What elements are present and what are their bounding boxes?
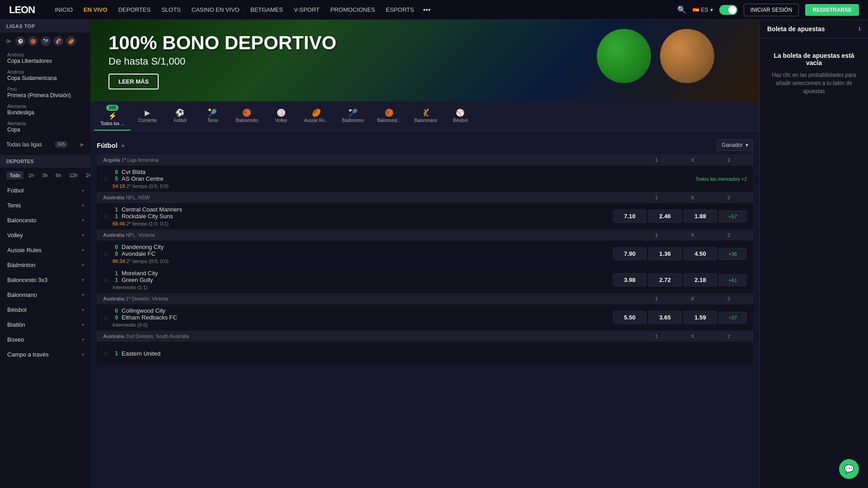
match-row: ☆ 0 Collingwood City 0 Eltham Redbacks F… bbox=[97, 305, 753, 330]
nav-betgames[interactable]: BETGAMES bbox=[246, 4, 288, 16]
more-markets-button[interactable]: +61 bbox=[719, 274, 747, 286]
sport-item-tenis[interactable]: Tenis ▾ bbox=[0, 198, 90, 213]
favorite-button[interactable]: ☆ bbox=[103, 175, 109, 183]
chat-button[interactable]: 💬 bbox=[839, 459, 859, 479]
match-score-detail: (0:0) bbox=[137, 322, 148, 328]
banner-button[interactable]: LEER MÁS bbox=[108, 74, 159, 89]
time-filter-6h[interactable]: 6h bbox=[52, 171, 64, 179]
league-row: Australia NPL, Victoria 1 X 2 bbox=[97, 230, 753, 240]
all-markets-link[interactable]: Todos los mercados +2 bbox=[696, 176, 747, 182]
tab-all[interactable]: 205 ⚡ Todos los ... bbox=[94, 101, 131, 131]
nav-vsport[interactable]: V-SPORT bbox=[289, 4, 324, 16]
favorite-button[interactable]: ☆ bbox=[103, 277, 109, 284]
tab-baloncesto2[interactable]: 🏀 Baloncest... bbox=[371, 105, 407, 127]
odd-x-button[interactable]: 1.36 bbox=[648, 247, 682, 260]
sport-item-beisbol[interactable]: Béisbol ▾ bbox=[0, 302, 90, 317]
nav-deportes[interactable]: DEPORTES bbox=[114, 4, 155, 16]
nav-slots[interactable]: SLOTS bbox=[157, 4, 185, 16]
tab-beisbol[interactable]: ⚾ Béisbol bbox=[444, 105, 476, 127]
liga-copa-sudamericana[interactable]: América Copa Sudamericana bbox=[0, 67, 90, 84]
odd-2-button[interactable]: 1.88 bbox=[684, 210, 717, 223]
odd-x-button[interactable]: 2.72 bbox=[648, 273, 682, 286]
tab-volley[interactable]: 🏐 Volley bbox=[265, 105, 297, 127]
sport-item-campo[interactable]: Campo a través ▾ bbox=[0, 347, 90, 362]
market-selector[interactable]: Ganador ▾ bbox=[717, 139, 753, 151]
all-leagues-link[interactable]: Todas las ligas 345 ▶ bbox=[0, 137, 90, 151]
odd-1-button[interactable]: 7.90 bbox=[613, 247, 646, 260]
nav-en-vivo[interactable]: EN VIVO bbox=[79, 4, 112, 16]
liga-alemania-copa[interactable]: Alemania Copa bbox=[0, 118, 90, 136]
login-button[interactable]: INICIAR SESIÓN bbox=[744, 4, 799, 16]
nav-casino[interactable]: CASINO EN VIVO bbox=[187, 4, 244, 16]
favorite-button[interactable]: ☆ bbox=[103, 314, 109, 321]
nav-promociones[interactable]: PROMOCIONES bbox=[326, 4, 380, 16]
nav-inicio[interactable]: INICIO bbox=[50, 4, 77, 16]
language-selector[interactable]: 🇪🇸 ES ▾ bbox=[693, 7, 713, 13]
liga-name: Copa Libertadores bbox=[7, 58, 84, 64]
liga-icon-basketball[interactable]: 🏀 bbox=[28, 36, 38, 46]
sport-item-volley[interactable]: Volley ▾ bbox=[0, 228, 90, 243]
tab-badminton[interactable]: 🏸 Bádminton bbox=[336, 105, 370, 127]
team-row: 1 Eastern United bbox=[113, 350, 747, 357]
col-header-1: 1 bbox=[638, 157, 675, 163]
more-markets-button[interactable]: +37 bbox=[719, 312, 747, 324]
liga-copa-libertadores[interactable]: América Copa Libertadores bbox=[0, 50, 90, 67]
liga-icon-tennis[interactable]: 🎾 bbox=[41, 36, 51, 46]
sport-item-futbol[interactable]: Fútbol ▾ bbox=[0, 183, 90, 198]
sport-item-baloncesto[interactable]: Baloncesto ▾ bbox=[0, 213, 90, 228]
more-markets-button[interactable]: +57 bbox=[719, 211, 747, 222]
search-icon[interactable]: 🔍 bbox=[677, 5, 686, 14]
odd-2-button[interactable]: 1.59 bbox=[684, 311, 717, 324]
liga-peru-primera[interactable]: Perú Primera (Primera División) bbox=[0, 84, 90, 101]
sport-item-baloncesto3x3[interactable]: Baloncesto 3x3 ▾ bbox=[0, 272, 90, 287]
time-filter-todo[interactable]: Todo bbox=[6, 171, 24, 179]
odd-2-button[interactable]: 2.18 bbox=[684, 273, 717, 286]
team-score: 0 bbox=[113, 251, 118, 257]
odd-x-button[interactable]: 2.46 bbox=[648, 210, 682, 223]
odd-x-button[interactable]: 3.65 bbox=[648, 311, 682, 324]
register-button[interactable]: REGISTRARSE bbox=[805, 4, 859, 16]
favorite-button[interactable]: ☆ bbox=[103, 350, 109, 357]
tab-live[interactable]: ▶ Corriente bbox=[132, 105, 163, 127]
tab-baloncesto[interactable]: 🏀 Baloncesto bbox=[229, 105, 264, 127]
liga-icon-soccer[interactable]: ⚽ bbox=[15, 36, 25, 46]
sidebar: LIGAS TOP 0• ⚽ 🏀 🎾 🏈 🏉 América Copa Libe… bbox=[0, 20, 90, 488]
all-leagues-label: Todas las ligas bbox=[6, 141, 42, 148]
sport-item-badminton[interactable]: Bádminton ▾ bbox=[0, 258, 90, 272]
liga-icon-rugby[interactable]: 🏉 bbox=[66, 36, 76, 46]
tab-futbol[interactable]: ⚽ Fútbol bbox=[164, 105, 196, 127]
match-time: 86:34 2º tiempo (0:0; 0:0) bbox=[113, 258, 613, 264]
nav-more[interactable]: ••• bbox=[420, 6, 434, 14]
time-filter-3h[interactable]: 3h bbox=[39, 171, 51, 179]
nav-esports[interactable]: ESPORTS bbox=[382, 4, 419, 16]
odd-1-button[interactable]: 7.10 bbox=[613, 210, 646, 223]
main-layout: LIGAS TOP 0• ⚽ 🏀 🎾 🏈 🏉 América Copa Libe… bbox=[0, 20, 868, 488]
odd-2-button[interactable]: 4.50 bbox=[684, 247, 717, 260]
sport-item-biatlon[interactable]: Biatlón ▾ bbox=[0, 317, 90, 332]
live-time: 86:34 bbox=[113, 258, 125, 264]
sport-item-aussie[interactable]: Aussie Rules ▾ bbox=[0, 243, 90, 258]
sport-item-boxeo[interactable]: Boxeo ▾ bbox=[0, 332, 90, 347]
favorite-button[interactable]: ☆ bbox=[103, 250, 109, 258]
tab-balonmano[interactable]: 🤾 Balonmano bbox=[408, 105, 444, 127]
chevron-down-icon: ▾ bbox=[82, 248, 84, 253]
betslip-info-icon[interactable]: ℹ bbox=[859, 26, 861, 32]
tab-tenis[interactable]: 🎾 Tenis bbox=[197, 105, 228, 127]
liga-bundesliga[interactable]: Alemania Bundesliga bbox=[0, 101, 90, 118]
more-markets-button[interactable]: +36 bbox=[719, 248, 747, 260]
time-filter-1h[interactable]: 1h bbox=[25, 171, 37, 179]
team-score: 1 bbox=[113, 213, 118, 220]
liga-icon-us[interactable]: 🏈 bbox=[53, 36, 63, 46]
theme-toggle[interactable] bbox=[719, 5, 737, 15]
match-time: 54:18 2º tiempo (0:5; 0:0) bbox=[113, 183, 696, 189]
liga-name: Bundesliga bbox=[7, 109, 84, 116]
sport-item-balonmano[interactable]: Balonmano ▾ bbox=[0, 287, 90, 302]
favorite-button[interactable]: ☆ bbox=[103, 213, 109, 220]
odd-1-button[interactable]: 3.98 bbox=[613, 273, 646, 286]
time-filter-12h[interactable]: 12h bbox=[66, 171, 81, 179]
match-info: 0 Dandenong City 0 Avondale FC 86:34 2º … bbox=[113, 241, 613, 267]
tab-aussie[interactable]: 🏉 Aussie Ru... bbox=[298, 105, 335, 127]
logo[interactable]: LEON bbox=[9, 4, 35, 16]
odd-1-button[interactable]: 5.50 bbox=[613, 311, 646, 324]
collapse-icon[interactable]: ▲ bbox=[120, 142, 126, 148]
